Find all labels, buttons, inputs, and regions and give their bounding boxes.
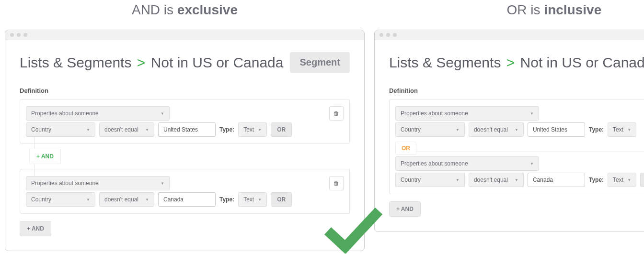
heading-text: AND is [132,2,177,17]
caret-down-icon: ▼ [145,198,149,202]
caret-down-icon: ▼ [530,162,534,166]
and-connector-area: + AND [20,144,350,169]
caret-down-icon: ▼ [515,128,518,132]
operator-value: doesn't equal [104,126,138,133]
delete-rule-button[interactable]: 🗑 [329,176,344,190]
caret-down-icon: ▼ [161,181,164,186]
add-and-button[interactable]: + AND [389,201,421,217]
value-input[interactable] [158,122,216,137]
segment-button[interactable]: Segment [290,52,349,73]
window-dot-icon [17,33,21,37]
or-connector-button[interactable]: OR [395,142,416,155]
type-label: Type: [219,126,234,133]
operator-select[interactable]: doesn't equal ▼ [469,173,524,187]
caret-down-icon: ▼ [515,178,518,182]
right-heading: OR is inclusive [374,2,644,30]
caret-down-icon: ▼ [145,128,149,132]
scope-value: Properties about someone [31,180,99,187]
definition-label: Definition [389,87,644,94]
or-button[interactable]: OR [271,122,292,137]
heading-bold: exclusive [177,2,238,17]
operator-value: doesn't equal [474,126,508,133]
breadcrumb-separator-icon: > [505,55,517,70]
rule-block: Properties about someone ▼ 🗑 Country ▼ [20,99,350,144]
breadcrumb: Lists & Segments > Not in US or Canada [20,55,283,71]
scope-select[interactable]: Properties about someone ▼ [26,106,170,121]
value-input[interactable] [528,173,585,187]
type-label: Type: [219,196,234,203]
caret-down-icon: ▼ [86,198,90,202]
definition-label: Definition [20,87,350,94]
add-and-button[interactable]: + AND [20,221,51,236]
trash-icon: 🗑 [334,180,339,187]
left-heading: AND is exclusive [5,2,365,30]
operator-select[interactable]: doesn't equal ▼ [99,192,154,207]
caret-down-icon: ▼ [456,128,460,132]
field-select[interactable]: Country ▼ [395,173,465,187]
type-label: Type: [589,126,604,133]
type-value: Text [243,196,254,203]
breadcrumb-root[interactable]: Lists & Segments [389,55,501,70]
type-select[interactable]: Text ▼ [608,173,636,187]
caret-down-icon: ▼ [258,198,262,202]
type-label: Type: [589,177,604,183]
field-value: Country [401,126,421,133]
breadcrumb: Lists & Segments > Not in US or Canada [389,55,644,71]
or-button[interactable]: OR [271,192,292,207]
rule-block: Properties about someone ▼ 🗑 Country ▼ [20,169,350,214]
checkmark-icon [322,203,384,254]
window-controls [375,30,644,40]
window-dot-icon [23,33,27,37]
rule-block: Properties about someone ▼ 🗑 Country ▼ [395,106,644,137]
caret-down-icon: ▼ [530,111,534,116]
value-input[interactable] [528,122,585,137]
window-controls [5,30,364,40]
or-divider-line [395,151,644,152]
rule-block: Properties about someone ▼ 🗑 Country ▼ [395,156,644,187]
window-dot-icon [386,33,390,37]
and-connector-button[interactable]: + AND [29,149,61,164]
window-dot-icon [380,33,383,37]
type-value: Text [243,126,254,133]
type-select[interactable]: Text ▼ [238,122,267,137]
right-panel: OR is inclusive Lists & Segments > Not i… [374,2,644,251]
field-value: Country [401,177,421,183]
breadcrumb-leaf: Not in US or Canada [520,55,644,70]
type-value: Text [613,177,623,183]
breadcrumb-root[interactable]: Lists & Segments [20,55,131,70]
caret-down-icon: ▼ [161,111,164,116]
type-select[interactable]: Text ▼ [608,122,636,137]
scope-select[interactable]: Properties about someone ▼ [395,106,539,121]
delete-rule-button[interactable]: 🗑 [329,106,344,121]
breadcrumb-separator-icon: > [136,55,147,70]
scope-value: Properties about someone [401,160,468,167]
operator-select[interactable]: doesn't equal ▼ [99,122,154,137]
left-panel: AND is exclusive Lists & Segments > Not … [5,2,365,251]
type-select[interactable]: Text ▼ [238,192,267,207]
value-input[interactable] [158,192,216,207]
scope-select[interactable]: Properties about someone ▼ [395,156,539,171]
trash-icon: 🗑 [334,110,339,117]
operator-value: doesn't equal [104,196,138,203]
heading-bold: inclusive [544,2,601,17]
caret-down-icon: ▼ [86,128,90,132]
caret-down-icon: ▼ [627,128,631,132]
scope-select[interactable]: Properties about someone ▼ [26,176,170,190]
operator-value: doesn't equal [474,177,508,183]
type-value: Text [613,126,623,133]
field-select[interactable]: Country ▼ [395,122,465,137]
field-select[interactable]: Country ▼ [26,122,95,137]
or-button[interactable]: OR [640,173,644,187]
field-value: Country [31,196,51,203]
window-dot-icon [393,33,397,37]
left-browser-window: Lists & Segments > Not in US or Canada S… [5,30,365,251]
heading-text: OR is [507,2,544,17]
operator-select[interactable]: doesn't equal ▼ [469,122,524,137]
window-dot-icon [10,33,14,37]
breadcrumb-leaf: Not in US or Canada [151,55,284,70]
caret-down-icon: ▼ [258,128,262,132]
field-select[interactable]: Country ▼ [26,192,95,207]
field-value: Country [31,126,51,133]
caret-down-icon: ▼ [627,178,631,182]
caret-down-icon: ▼ [456,178,460,182]
